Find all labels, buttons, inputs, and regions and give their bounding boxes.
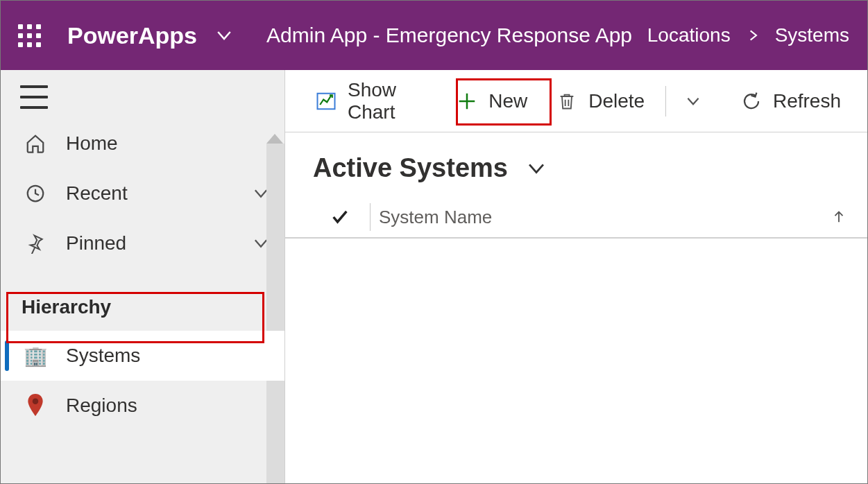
- chevron-down-icon[interactable]: [525, 157, 548, 180]
- divider: [370, 203, 371, 231]
- svg-point-1: [33, 398, 39, 404]
- column-header[interactable]: System Name: [379, 207, 492, 228]
- view-title[interactable]: Active Systems: [313, 153, 508, 183]
- waffle-icon[interactable]: [13, 19, 45, 51]
- breadcrumb-item[interactable]: Locations: [647, 24, 731, 46]
- trash-icon: [556, 91, 577, 112]
- chevron-down-icon[interactable]: [214, 25, 235, 46]
- nav-label: Recent: [66, 182, 128, 205]
- sidebar-section-title: Hierarchy: [1, 268, 284, 331]
- sort-asc-icon[interactable]: [831, 207, 846, 227]
- nav-label: Pinned: [66, 232, 126, 254]
- plus-icon: [457, 91, 477, 112]
- app-title: Admin App - Emergency Response App: [266, 24, 632, 47]
- breadcrumb: Locations Systems: [647, 24, 849, 46]
- building-icon: 🏢: [22, 345, 49, 368]
- hamburger-icon[interactable]: [20, 85, 48, 109]
- breadcrumb-item[interactable]: Systems: [775, 24, 849, 46]
- sidebar-item-systems[interactable]: 🏢 Systems: [1, 331, 284, 381]
- home-icon: [22, 133, 49, 154]
- chart-icon: [316, 91, 337, 112]
- scrollbar[interactable]: [266, 144, 284, 483]
- refresh-icon: [741, 91, 762, 112]
- chevron-down-icon: [684, 92, 702, 110]
- command-label: New: [488, 90, 527, 112]
- command-label: Show Chart: [348, 79, 427, 123]
- pin-icon: [22, 233, 49, 254]
- command-bar: Show Chart New Delete: [285, 70, 867, 132]
- show-chart-button[interactable]: Show Chart: [303, 74, 440, 129]
- sidebar-item-regions[interactable]: Regions: [1, 381, 284, 431]
- app-header: PowerApps Admin App - Emergency Response…: [1, 1, 867, 70]
- sidebar-item-label: Systems: [66, 345, 140, 367]
- command-label: Refresh: [773, 90, 841, 112]
- main-content: Show Chart New Delete: [285, 70, 867, 483]
- scroll-up-icon[interactable]: [266, 134, 283, 144]
- sidebar: Home Recent Pinned: [1, 70, 285, 483]
- grid-header: System Name: [285, 197, 867, 239]
- new-button[interactable]: New: [444, 85, 540, 118]
- divider: [665, 86, 666, 116]
- nav-recent[interactable]: Recent: [1, 168, 284, 218]
- command-label: Delete: [588, 90, 645, 112]
- chevron-right-icon: [746, 26, 760, 45]
- mappin-icon: [22, 394, 49, 417]
- nav-label: Home: [66, 132, 118, 155]
- sidebar-item-label: Regions: [66, 395, 137, 417]
- nav-pinned[interactable]: Pinned: [1, 218, 284, 268]
- delete-button[interactable]: Delete: [544, 85, 657, 118]
- refresh-button[interactable]: Refresh: [729, 85, 853, 118]
- brand-label[interactable]: PowerApps: [67, 22, 197, 49]
- select-all-checkbox[interactable]: [327, 207, 353, 227]
- nav-home[interactable]: Home: [1, 119, 284, 168]
- delete-split-button[interactable]: [674, 87, 712, 116]
- clock-icon: [22, 183, 49, 204]
